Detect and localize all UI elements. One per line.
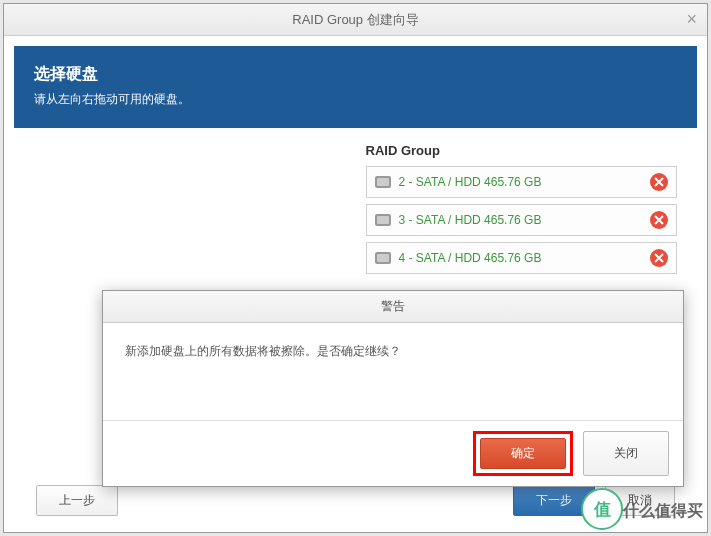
watermark-brand: 什么值得买 <box>623 501 703 522</box>
disk-label: 4 - SATA / HDD 465.76 GB <box>399 251 542 265</box>
remove-disk-icon[interactable] <box>650 173 668 191</box>
disk-item[interactable]: 3 - SATA / HDD 465.76 GB <box>366 204 678 236</box>
page-subtitle: 请从左向右拖动可用的硬盘。 <box>34 91 677 108</box>
warning-dialog: 警告 新添加硬盘上的所有数据将被擦除。是否确定继续？ 确定 关闭 <box>102 290 684 487</box>
hdd-icon <box>375 214 391 226</box>
remove-disk-icon[interactable] <box>650 211 668 229</box>
warning-title: 警告 <box>103 291 683 323</box>
warning-message: 新添加硬盘上的所有数据将被擦除。是否确定继续？ <box>103 323 683 420</box>
hdd-icon <box>375 176 391 188</box>
header-panel: 选择硬盘 请从左向右拖动可用的硬盘。 <box>14 46 697 128</box>
close-button[interactable]: 关闭 <box>583 431 669 476</box>
raid-group-label: RAID Group <box>366 143 678 158</box>
disk-list: 2 - SATA / HDD 465.76 GB 3 - SATA / HDD … <box>366 166 678 274</box>
warning-footer: 确定 关闭 <box>103 420 683 486</box>
window-title: RAID Group 创建向导 <box>292 11 418 29</box>
confirm-button[interactable]: 确定 <box>480 438 566 469</box>
wizard-footer: 上一步 下一步 取消 <box>36 485 675 516</box>
page-title: 选择硬盘 <box>34 64 677 85</box>
watermark-badge: 值 <box>581 488 623 530</box>
remove-disk-icon[interactable] <box>650 249 668 267</box>
close-icon[interactable]: × <box>686 9 697 30</box>
disk-item[interactable]: 4 - SATA / HDD 465.76 GB <box>366 242 678 274</box>
disk-label: 3 - SATA / HDD 465.76 GB <box>399 213 542 227</box>
disk-label: 2 - SATA / HDD 465.76 GB <box>399 175 542 189</box>
hdd-icon <box>375 252 391 264</box>
disk-item[interactable]: 2 - SATA / HDD 465.76 GB <box>366 166 678 198</box>
prev-button[interactable]: 上一步 <box>36 485 118 516</box>
highlight-annotation: 确定 <box>473 431 573 476</box>
titlebar: RAID Group 创建向导 × <box>4 4 707 36</box>
